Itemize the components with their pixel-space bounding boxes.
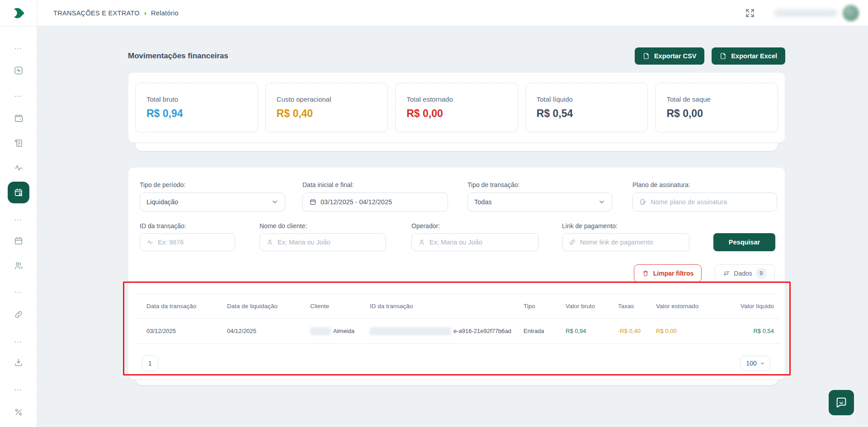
sidebar-item-download[interactable] bbox=[8, 352, 29, 373]
user-name-blurred bbox=[774, 9, 837, 17]
col-header: Taxas bbox=[618, 303, 656, 310]
activity-icon bbox=[14, 163, 24, 173]
link-pagamento-field bbox=[562, 233, 689, 251]
redacted-text bbox=[370, 327, 451, 335]
filter-label-data: Data inicial e final: bbox=[302, 181, 448, 188]
sidebar: ... ... ... bbox=[0, 26, 37, 427]
cell-valor-estornado: R$ 0,00 bbox=[656, 328, 738, 334]
cell-data-liquidacao: 04/12/2025 bbox=[227, 328, 310, 334]
dados-button[interactable]: Dados 9 bbox=[715, 264, 775, 282]
filter-label-nome-cliente: Nome do cliente: bbox=[259, 222, 386, 230]
sidebar-item-payment-link[interactable] bbox=[8, 304, 29, 325]
cell-tipo: Entrada bbox=[524, 328, 566, 334]
col-header: Data de liquidação bbox=[227, 303, 310, 310]
receipt-icon bbox=[14, 138, 24, 148]
export-excel-button[interactable]: Exportar Excel bbox=[712, 47, 785, 65]
cell-data-transacao: 03/12/2025 bbox=[146, 328, 227, 334]
clear-filters-button[interactable]: Limpar filtros bbox=[634, 264, 702, 282]
app-logo[interactable] bbox=[0, 0, 37, 26]
redacted-text bbox=[310, 327, 331, 335]
cell-cliente: Almeida bbox=[310, 327, 370, 335]
col-header: Cliente bbox=[310, 303, 370, 310]
sidebar-item-calendar[interactable] bbox=[8, 230, 29, 252]
sidebar-item-transactions-report[interactable] bbox=[8, 182, 29, 203]
sidebar-ellipsis: ... bbox=[14, 93, 22, 97]
user-icon bbox=[418, 239, 425, 246]
activity-square-icon bbox=[14, 66, 24, 75]
chevron-down-icon bbox=[598, 198, 605, 206]
cell-valor-liquido: R$ 0,54 bbox=[738, 328, 774, 334]
table-row: 03/12/2025 04/12/2025 Almeida e-a916-21e… bbox=[134, 319, 780, 344]
notebook-pen-icon bbox=[639, 198, 646, 206]
page-size-select[interactable]: 100 bbox=[741, 356, 770, 371]
sidebar-item-activity[interactable] bbox=[8, 157, 29, 178]
summary-card-custo-operacional: Custo operacional R$ 0,40 bbox=[265, 83, 388, 132]
col-header: ID da transação bbox=[370, 303, 524, 310]
sidebar-item-wallet[interactable] bbox=[8, 108, 29, 129]
filter-label-id-transacao: ID da transação: bbox=[140, 222, 235, 230]
operador-input[interactable] bbox=[429, 239, 532, 246]
pagination-page-1[interactable]: 1 bbox=[142, 355, 158, 371]
id-transacao-input[interactable] bbox=[158, 239, 228, 246]
sidebar-ellipsis: ... bbox=[14, 216, 22, 221]
date-range-field[interactable]: 03/12/2025 - 04/12/2025 bbox=[302, 192, 448, 211]
fullscreen-icon[interactable] bbox=[745, 8, 755, 18]
link-icon bbox=[569, 239, 576, 246]
export-csv-button[interactable]: Exportar CSV bbox=[635, 47, 704, 65]
breadcrumb: TRANSAÇÕES E EXTRATO › Relatório bbox=[53, 9, 179, 17]
nome-cliente-field bbox=[259, 233, 386, 251]
cell-taxas: -R$ 0,40 bbox=[618, 328, 656, 334]
page-title: Movimentações financeiras bbox=[128, 52, 228, 61]
filter-label-link-pagamento: Link de pagamento: bbox=[562, 222, 689, 230]
logo-icon bbox=[12, 6, 25, 20]
user-menu[interactable] bbox=[762, 3, 861, 23]
sidebar-item-receipt[interactable] bbox=[8, 132, 29, 154]
sidebar-ellipsis: ... bbox=[14, 289, 22, 293]
download-icon bbox=[14, 357, 24, 367]
sidebar-ellipsis: ... bbox=[14, 386, 22, 391]
breadcrumb-page: Relatório bbox=[151, 9, 179, 17]
calendar-icon bbox=[309, 198, 316, 206]
file-icon bbox=[643, 52, 650, 60]
link-icon bbox=[14, 310, 24, 319]
col-header: Valor líquido bbox=[738, 303, 774, 310]
summary-cards-panel: Total bruto R$ 0,94 Custo operacional R$… bbox=[128, 72, 785, 143]
filter-label-tipo-periodo: Tipo de período: bbox=[140, 181, 285, 188]
pulse-icon bbox=[146, 239, 154, 246]
plano-assinatura-input[interactable] bbox=[651, 198, 770, 206]
percent-icon bbox=[14, 407, 24, 417]
chevron-down-icon bbox=[271, 198, 278, 206]
trash-icon bbox=[642, 270, 649, 277]
plano-assinatura-field bbox=[632, 192, 777, 211]
user-icon bbox=[266, 239, 274, 246]
sidebar-item-fees[interactable] bbox=[8, 401, 29, 423]
link-pagamento-input[interactable] bbox=[580, 239, 683, 246]
file-icon bbox=[720, 52, 727, 60]
transactions-table: Data da transação Data de liquidação Cli… bbox=[134, 294, 780, 344]
filters-panel: Tipo de período: Liquidação Data inicial… bbox=[128, 167, 785, 380]
col-header: Valor bruto bbox=[566, 303, 618, 310]
users-icon bbox=[14, 261, 24, 271]
id-transacao-field bbox=[140, 233, 235, 251]
col-header: Data da transação bbox=[146, 303, 227, 310]
operador-field bbox=[411, 233, 538, 251]
support-chat-button[interactable] bbox=[829, 390, 854, 415]
sidebar-item-activity-square[interactable] bbox=[8, 60, 29, 81]
filter-label-plano: Plano de assinatura: bbox=[632, 181, 777, 188]
col-header: Tipo bbox=[524, 303, 566, 310]
table-header-row: Data da transação Data de liquidação Cli… bbox=[134, 294, 780, 319]
sidebar-item-users[interactable] bbox=[8, 255, 29, 277]
chat-smiley-icon bbox=[835, 396, 848, 409]
summary-card-total-estornado: Total estornado R$ 0,00 bbox=[395, 83, 518, 132]
filter-label-tipo-transacao: Tipo de transação: bbox=[467, 181, 612, 188]
avatar bbox=[843, 5, 859, 21]
sidebar-ellipsis: ... bbox=[14, 45, 22, 50]
tipo-transacao-select[interactable]: Todas bbox=[467, 192, 612, 211]
summary-card-total-saque: Total de saque R$ 0,00 bbox=[655, 83, 778, 132]
breadcrumb-section[interactable]: TRANSAÇÕES E EXTRATO bbox=[53, 9, 140, 17]
cell-id-transacao: e-a916-21e92f77b6ad bbox=[370, 327, 524, 335]
search-button[interactable]: Pesquisar bbox=[713, 233, 775, 251]
nome-cliente-input[interactable] bbox=[278, 239, 379, 246]
cell-valor-bruto: R$ 0,94 bbox=[566, 328, 618, 334]
tipo-periodo-select[interactable]: Liquidação bbox=[140, 192, 285, 211]
